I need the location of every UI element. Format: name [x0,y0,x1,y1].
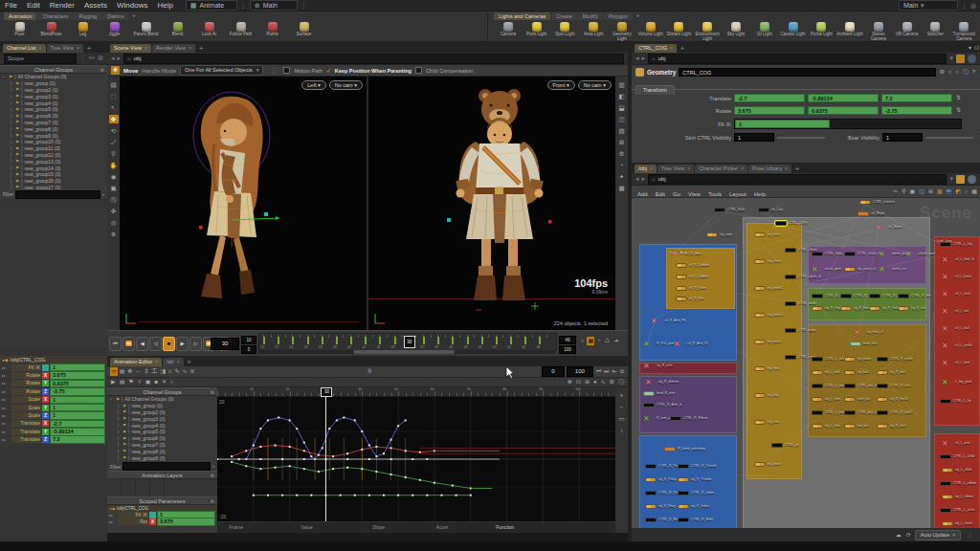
graph-ruler[interactable]: 102040506070809010030 [217,387,615,397]
tree-item-new-group4-0[interactable]: ├⚑{new_group4 (0) [0,99,107,106]
network-node-rig-r-deform[interactable]: ✕rig_R_deform [645,380,652,386]
tab-character-picker[interactable]: Character Picker× [695,165,747,173]
lighting-icon[interactable]: ◔ [617,161,627,169]
network-node-rig-r-ball[interactable]: rig_R_ball [877,370,888,375]
record-icon[interactable]: ● [592,378,598,386]
param-value[interactable]: 3.675 [50,371,105,380]
shelf-tool-lag[interactable]: Lag [67,22,99,37]
network-node-rig-chest[interactable]: rig_chest [754,259,766,264]
network-node-ctrl-toe-ik[interactable]: CTRL_toe_ik [844,384,856,388]
param-value[interactable]: 1 [50,411,105,420]
network-node-rig-foot-ctl[interactable]: ✕rig_foot_ctl [854,330,860,336]
param-value[interactable]: 7.2 [50,435,105,444]
network-node-ctrl-l-tip[interactable]: CTRL_L_tip [940,399,951,404]
dot-icon[interactable]: ∙ [550,378,554,386]
tree-root-item[interactable]: ▪⚑{All Channel Groups (0) [107,396,217,403]
twisty-icon[interactable]: ├ [10,179,13,184]
handle-mode-label[interactable]: Handle Mode [142,68,176,74]
texture-icon[interactable]: ▨ [617,126,627,135]
zoom-keys-icon[interactable]: ⌕ [169,378,174,386]
playback-end-field[interactable]: 49 [559,336,576,344]
info-icon[interactable]: ⓘ [962,68,969,77]
network-node-ctrl-susp[interactable]: CTRL_susp [785,328,796,333]
network-node-r-arm-goal[interactable]: ✕R_arm_goal [643,416,650,422]
info-icon[interactable]: ⓘ [617,378,625,386]
expand-icons[interactable]: ▸▸ [2,373,11,378]
network-node-ctl-l-toe[interactable]: ✕ctl_L_toe [942,309,948,315]
shelf-tool-stereo-camera[interactable]: Stereo Camera [864,22,893,41]
scope-menu-icon[interactable]: ⋮ [79,55,86,62]
scoped-param-translate-y[interactable]: ▸▸TranslateY-5.89134 [0,428,107,435]
scoped-param-scale-y[interactable]: ▸▸ScaleY1 [0,404,107,411]
network-node-rig-r-index[interactable]: rig_R_Index [678,504,689,509]
close-icon[interactable]: × [177,358,180,366]
network-node-ctl-r-loarm[interactable]: ctl_R_LoArm [676,275,687,279]
scale-keys-h-icon[interactable]: ⇔ [134,367,142,376]
viewport-settings-icon[interactable]: ⚙ [617,149,627,158]
network-node-ctrl-r-arm-ik[interactable]: CTRL_R_Arm_ik [643,403,655,408]
scope-gear-icon[interactable]: ⚙ [98,55,103,62]
expand-icons[interactable]: ▸▸ [2,389,11,394]
frame-node-icon[interactable]: ▣ [909,187,917,196]
scoped-param-translate-x[interactable]: ▸▸TranslateX-2.7 [0,420,107,428]
motion-path-checkbox[interactable] [283,67,290,74]
layout-icon[interactable]: ▤ [109,80,119,89]
current-frame-field[interactable]: 30 [211,338,239,350]
move-icon[interactable]: ✥ [109,115,119,123]
shelf-tool-camera[interactable]: Camera [494,22,523,41]
shelf-tool-blend[interactable]: Blend [162,22,193,37]
back-icon[interactable]: ◂ [635,175,639,183]
main-desktop-selector[interactable]: ⊕ Main [250,0,298,11]
network-node-ctrl-l-wrist[interactable]: CTRL_L_wrist [940,508,951,513]
gear-icon[interactable]: ⚙ [939,68,946,77]
tab-tree-view[interactable]: Tree View× [657,165,694,173]
play-button[interactable]: ▶ [176,337,189,351]
list-view-icon[interactable]: ▥ [936,187,944,196]
translate-y-field[interactable]: -5.89134 [808,94,879,102]
shelf-tool-portal-light[interactable]: Portal Light [807,22,835,41]
param-value[interactable]: -5.89134 [50,428,105,436]
param-value[interactable]: 1 [50,364,105,372]
network-box-2[interactable] [639,363,737,374]
network-node-rig-l-toe2[interactable]: rig_L_toe2 [812,424,823,429]
shelf-tool-volume-light[interactable]: Volume Light [636,22,665,41]
network-node-rig-l-shldr[interactable]: rig_L_shldr [942,468,953,473]
graph-plot[interactable]: 20-20 [217,397,615,521]
cut-icon[interactable]: ✂ [892,187,899,196]
network-node-chest-goal[interactable]: ✕chest_goal [905,252,912,257]
network-node-l-leg-goal[interactable]: ✕L_leg_goal [942,380,948,386]
network-node-toe-piv[interactable]: toe_piv [844,424,856,429]
network-node-rig-r-knee[interactable]: rig_R_knee [840,306,852,311]
shelf-tool-surface[interactable]: Surface [288,22,320,37]
network-node-ctrl-skirt[interactable]: CTRL_Skirt [714,208,725,212]
network-node-ctrl-chest-ik[interactable]: CTRL_chest_ik [844,252,856,256]
network-node-rig-l-elbow[interactable]: rig_L_elbow [942,495,953,499]
pivot-icon[interactable]: ◉ [109,172,119,181]
network-node-rig-r-arm[interactable]: ✕rig_R_arm [643,364,650,369]
tab-render-view[interactable]: Render View× [152,44,195,53]
network-node-ctl-l-foot-ik[interactable]: ✕ctl_L_foot_ik [942,257,948,263]
network-node-ctrl-chest[interactable]: CTRL_chest [785,248,796,253]
shelf-tab-create[interactable]: Create [551,12,577,20]
value-handle-icon[interactable]: Y [137,378,143,386]
display-options-icon[interactable]: ▥ [617,80,627,89]
new-tab-button[interactable]: + [84,44,94,53]
close-icon[interactable]: × [77,44,79,53]
network-node-rig-ankle[interactable]: rig_ankle [844,357,856,362]
snap-keys-icon[interactable]: ⌗ [167,367,172,376]
shelf-tool-ambient-light[interactable]: Ambient Light [835,22,864,41]
shelf-tool-gi-light[interactable]: GI Light [750,22,779,41]
network-node-ctl-spine[interactable]: ✕ctl_Spine [875,225,881,231]
network-node-ctrl-spine-ik[interactable]: CTRL_spine_ik [785,275,796,279]
network-node-ctl-l-foot[interactable]: ✕ctl_L_foot [942,361,948,366]
twisty-icon[interactable]: ├ [10,133,13,138]
network-node-rig-spine1[interactable]: rig_spine1 [754,313,766,318]
expand-icons[interactable]: ▸▸ [109,513,118,518]
network-node-ctl-r-arm-ik[interactable]: ✕ctl_R_Arm_IK [674,342,680,347]
viewport[interactable]: ▤⬚↖✥⟲⤢⚲✋◉▣Ⓢ✜◎⊕ ▥◧⬓◫▨⊞⚙◔✦▦ Left ▾ No cam … [107,77,628,330]
child-compensation-checkbox[interactable] [415,67,422,74]
desktop-selector[interactable]: ▦ Animate [186,0,237,11]
two-pane-icon[interactable]: ◫ [617,115,627,123]
link-icon[interactable]: ⚯ [89,55,95,62]
network-node-rig-ball[interactable]: rig_ball [844,370,856,375]
